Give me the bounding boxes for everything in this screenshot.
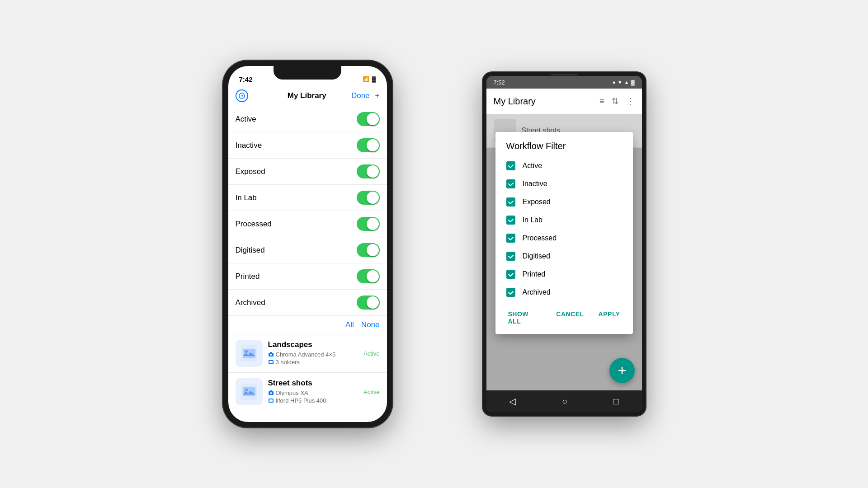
wifi-icon: 📶 (363, 76, 369, 82)
sort-icon[interactable]: ⇅ (612, 96, 618, 106)
android-toolbar: My Library ≡ ⇅ ⋮ (486, 89, 642, 114)
toggle-row-inactive: Inactive (228, 132, 387, 159)
checkbox-inactive[interactable] (506, 179, 515, 188)
apply-button[interactable]: APPLY (593, 307, 626, 328)
all-button[interactable]: All (345, 320, 354, 329)
android-battery-icon: ▓ (631, 80, 634, 85)
cancel-button[interactable]: CANCEL (551, 307, 589, 328)
streetshots-info: Street shots Olympus XA Ilford HP5 Plus … (268, 379, 359, 405)
all-none-row: All None (228, 316, 387, 334)
checkbox-label-exposed: Exposed (523, 198, 551, 206)
checkbox-inlab[interactable] (506, 216, 515, 225)
ios-nav-title: My Library (288, 91, 326, 100)
toggle-row-archived: Archived (228, 290, 387, 316)
android-time: 7:52 (494, 79, 505, 86)
checkbox-row-active[interactable]: Active (495, 157, 633, 175)
checkbox-row-archived[interactable]: Archived (495, 283, 633, 301)
ios-status-icons: 📶 ▓ (363, 76, 376, 82)
add-button[interactable]: + (375, 91, 380, 100)
landscapes-info: Landscapes Chroma Advanced 4×5 3 holders (268, 340, 359, 366)
none-button[interactable]: None (361, 320, 380, 329)
svg-rect-2 (243, 349, 255, 358)
android-wifi-icon: ▼ (618, 80, 623, 85)
filter-icon[interactable]: ≡ (599, 97, 604, 106)
landscapes-holders: 3 holders (268, 359, 359, 366)
android-signal-icon: ▲ (624, 80, 629, 85)
landscapes-thumbnail (236, 340, 263, 367)
ios-toggle-list: Active Inactive Exposed In Lab Processed (228, 106, 387, 316)
dialog-actions: SHOW ALL CANCEL APPLY (495, 303, 633, 334)
show-all-button[interactable]: SHOW ALL (503, 307, 547, 328)
toggle-inactive[interactable] (357, 138, 380, 152)
ios-time: 7:42 (239, 75, 253, 83)
checkbox-printed[interactable] (506, 270, 515, 279)
android-phone: 7:52 ● ▼ ▲ ▓ My Library ≡ ⇅ ⋮ Stree (483, 72, 646, 416)
checkbox-row-processed[interactable]: Processed (495, 229, 633, 247)
toggle-printed[interactable] (357, 269, 380, 283)
toggle-exposed[interactable] (357, 164, 380, 178)
toggle-row-inlab: In Lab (228, 185, 387, 211)
toggle-row-active: Active (228, 106, 387, 132)
back-nav-button[interactable]: ◁ (509, 396, 516, 407)
more-icon[interactable]: ⋮ (626, 96, 635, 107)
back-circle-button[interactable] (236, 89, 248, 102)
checkbox-label-processed: Processed (523, 234, 557, 242)
toggle-digitised[interactable] (357, 243, 380, 257)
svg-point-10 (245, 389, 248, 391)
android-toolbar-title: My Library (494, 96, 536, 107)
android-toolbar-icons: ≡ ⇅ ⋮ (599, 96, 635, 107)
done-button[interactable]: Done (351, 91, 370, 100)
svg-point-3 (245, 350, 248, 353)
checkbox-row-exposed[interactable]: Exposed (495, 193, 633, 211)
toggle-row-exposed: Exposed (228, 159, 387, 185)
checkbox-row-inlab[interactable]: In Lab (495, 211, 633, 229)
fab-button[interactable] (609, 358, 635, 383)
checkbox-label-archived: Archived (523, 288, 551, 296)
checkbox-label-printed: Printed (523, 270, 546, 278)
toggle-active[interactable] (357, 112, 380, 126)
landscapes-status: Active (363, 350, 379, 357)
toggle-inlab[interactable] (357, 191, 380, 205)
battery-icon: ▓ (372, 76, 376, 82)
toggle-processed[interactable] (357, 217, 380, 231)
toggle-label-printed: Printed (236, 272, 260, 281)
android-content: Street shots Workflow Filter Active Inac… (486, 114, 642, 390)
recents-nav-button[interactable]: □ (613, 396, 619, 407)
android-nav-bar: ◁ ○ □ (486, 390, 642, 412)
checkbox-row-digitised[interactable]: Digitised (495, 247, 633, 265)
toggle-label-digitised: Digitised (236, 246, 265, 255)
checkbox-digitised[interactable] (506, 252, 515, 261)
checkbox-label-inlab: In Lab (523, 216, 542, 224)
streetshots-status: Active (363, 389, 379, 395)
svg-rect-9 (243, 387, 255, 396)
checkbox-exposed[interactable] (506, 197, 515, 206)
dialog-title: Workflow Filter (495, 141, 633, 157)
toggle-archived[interactable] (357, 296, 380, 310)
svg-point-5 (270, 354, 272, 356)
toggle-label-inlab: In Lab (236, 193, 257, 202)
home-nav-button[interactable]: ○ (562, 396, 567, 407)
library-item-landscapes[interactable]: Landscapes Chroma Advanced 4×5 3 holders… (228, 334, 387, 373)
android-status-bar: 7:52 ● ▼ ▲ ▓ (486, 76, 642, 89)
toggle-row-processed: Processed (228, 211, 387, 237)
svg-point-12 (270, 392, 272, 394)
landscapes-title: Landscapes (268, 340, 359, 349)
checkbox-row-inactive[interactable]: Inactive (495, 175, 633, 193)
svg-rect-14 (269, 399, 273, 402)
streetshots-thumbnail (236, 378, 263, 405)
checkbox-archived[interactable] (506, 288, 515, 297)
toggle-label-inactive: Inactive (236, 141, 262, 150)
checkbox-label-active: Active (523, 162, 542, 170)
library-item-streetshots[interactable]: Street shots Olympus XA Ilford HP5 Plus … (228, 373, 387, 411)
landscapes-camera: Chroma Advanced 4×5 (268, 351, 359, 358)
streetshots-film: Ilford HP5 Plus 400 (268, 397, 359, 404)
workflow-filter-dialog: Workflow Filter Active Inactive (495, 132, 633, 334)
checkbox-active[interactable] (506, 161, 515, 170)
checkbox-label-digitised: Digitised (523, 252, 550, 260)
ios-nav-bar: My Library Done + (228, 86, 387, 106)
android-status-icons: ● ▼ ▲ ▓ (613, 80, 634, 85)
checkbox-processed[interactable] (506, 234, 515, 243)
checkbox-row-printed[interactable]: Printed (495, 265, 633, 283)
checkbox-label-inactive: Inactive (523, 180, 547, 188)
toggle-label-active: Active (236, 115, 256, 124)
